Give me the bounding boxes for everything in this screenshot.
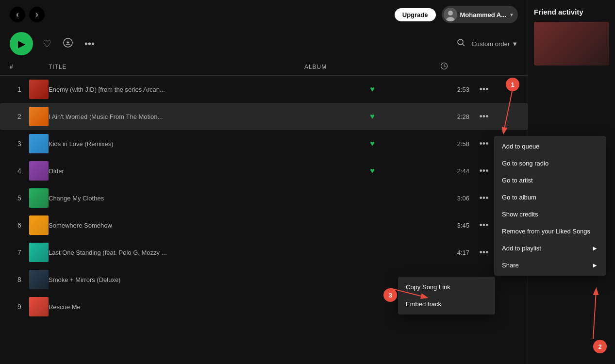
like-button[interactable]: ♡: [41, 36, 53, 51]
track-more-button[interactable]: •••: [469, 112, 499, 122]
track-info: I Ain't Worried OneRepublic: [29, 107, 49, 126]
table-row[interactable]: 4 Older Alec Benjamin Older ♥ 2:44 •••: [0, 157, 528, 184]
track-thumbnail: [29, 107, 49, 126]
context-menu-label: Go to album: [502, 194, 536, 201]
track-duration: 2:28: [440, 113, 469, 120]
track-thumbnail: [29, 297, 49, 316]
context-menu-label: Add to playlist: [502, 245, 541, 252]
track-list: 1 Enemy (with JID) - from the series Arc…: [0, 76, 528, 364]
annotation-2: 2: [593, 340, 607, 353]
table-row[interactable]: 3 Stranger Things (feat. OneRepublic) - …: [0, 130, 528, 157]
sort-label: Custom order: [471, 40, 510, 48]
context-menu-item[interactable]: Add to queue: [494, 138, 606, 155]
track-info: Enemy (with JID) - from the series Arcan…: [29, 80, 49, 99]
track-number: 2: [10, 113, 29, 120]
track-info: Warriors Imagine Dragons: [29, 270, 49, 289]
track-number: 5: [10, 194, 29, 202]
track-album: Older: [49, 167, 304, 175]
track-duration: 2:53: [440, 86, 469, 93]
track-duration: 3:45: [440, 222, 469, 229]
play-icon: ▶: [18, 38, 25, 50]
track-like-icon[interactable]: ♥: [304, 85, 440, 94]
track-more-button[interactable]: •••: [469, 84, 499, 95]
upgrade-button[interactable]: Upgrade: [395, 8, 436, 21]
back-button[interactable]: ‹: [10, 7, 25, 22]
context-menu-item[interactable]: Add to playlist►: [494, 240, 606, 257]
topbar: ‹ › Upgrade Mohammed A... ▼: [0, 0, 528, 29]
track-like-icon[interactable]: ♥: [304, 112, 440, 121]
context-menu-label: Go to song radio: [502, 160, 549, 167]
sub-menu-label: Copy Song Link: [406, 283, 450, 291]
track-number: 1: [10, 85, 29, 93]
table-row[interactable]: 1 Enemy (with JID) - from the series Arc…: [0, 76, 528, 103]
track-thumbnail: [29, 188, 49, 208]
track-info: Older Alec Benjamin: [29, 161, 49, 181]
avatar: [444, 8, 457, 21]
nav-buttons: ‹ ›: [10, 7, 45, 22]
context-menu-item[interactable]: Share►: [494, 257, 606, 274]
track-info: Change My Clothes Dream, Alec Benjamin: [29, 188, 49, 208]
track-like-icon[interactable]: ♥: [304, 166, 440, 175]
track-album: Kids in Love (Remixes): [49, 140, 304, 148]
col-clock: [440, 62, 469, 71]
sub-context-menu-item[interactable]: Embed track: [398, 296, 495, 313]
forward-button[interactable]: ›: [29, 7, 45, 22]
track-duration: 2:44: [440, 167, 469, 175]
col-title: TITLE: [49, 64, 304, 70]
search-button[interactable]: [457, 38, 465, 50]
track-thumbnail: [29, 243, 49, 262]
track-info: Last One Standing (feat. Polo G, Mozzy &…: [29, 243, 49, 262]
friend-activity-title: Friend activity: [534, 8, 609, 16]
toolbar-right: Custom order ▼: [457, 38, 518, 50]
col-num: #: [10, 64, 29, 70]
track-album: Change My Clothes: [49, 195, 304, 202]
context-menu-label: Share: [502, 262, 519, 269]
submenu-arrow-icon: ►: [592, 245, 598, 252]
toolbar: ▶ ♡ ••• Custom order ▼: [0, 29, 528, 58]
track-info: Any Other Way We The Kings: [29, 215, 49, 235]
topbar-right: Upgrade Mohammed A... ▼: [395, 6, 518, 23]
context-menu-item[interactable]: Go to artist: [494, 172, 606, 189]
track-thumbnail: [29, 80, 49, 99]
context-menu-label: Remove from your Liked Songs: [502, 228, 590, 235]
track-number: 4: [10, 167, 29, 175]
sub-context-menu-item[interactable]: Copy Song Link: [398, 279, 495, 296]
track-thumbnail: [29, 270, 49, 289]
track-number: 3: [10, 140, 29, 148]
track-album: I Ain't Worried (Music From The Motion..…: [49, 113, 304, 120]
context-menu-item[interactable]: Remove from your Liked Songs: [494, 223, 606, 240]
track-album: Smoke + Mirrors (Deluxe): [49, 276, 304, 283]
user-menu[interactable]: Mohammed A... ▼: [442, 6, 518, 23]
context-menu-label: Go to artist: [502, 177, 533, 184]
track-thumbnail: [29, 215, 49, 235]
track-album: Enemy (with JID) [from the series Arcan.…: [49, 86, 304, 93]
more-button[interactable]: •••: [83, 36, 97, 51]
context-menu-label: Add to queue: [502, 143, 539, 150]
sort-button[interactable]: Custom order ▼: [471, 40, 518, 48]
track-thumbnail: [29, 134, 49, 153]
context-menu-item[interactable]: Go to song radio: [494, 155, 606, 172]
track-album: Rescue Me: [49, 303, 304, 311]
table-row[interactable]: 7 Last One Standing (feat. Polo G, Mozzy…: [0, 239, 528, 266]
track-duration: 3:06: [440, 195, 469, 202]
sub-menu-label: Embed track: [406, 300, 441, 308]
context-menu-item[interactable]: Go to album: [494, 189, 606, 206]
table-row[interactable]: 5 Change My Clothes Dream, Alec Benjamin…: [0, 184, 528, 212]
submenu-arrow-icon: ►: [592, 262, 598, 269]
track-duration: 2:58: [440, 140, 469, 148]
chevron-down-icon: ▼: [509, 12, 514, 17]
table-row[interactable]: 6 Any Other Way We The Kings Somewhere S…: [0, 212, 528, 239]
context-menu-item[interactable]: Show credits: [494, 206, 606, 223]
track-number: 9: [10, 303, 29, 311]
track-like-icon[interactable]: ♥: [304, 139, 440, 148]
share-submenu: Copy Song LinkEmbed track: [398, 277, 495, 314]
svg-point-4: [458, 39, 463, 45]
context-menu: Add to queueGo to song radioGo to artist…: [494, 136, 606, 276]
track-duration: 4:17: [440, 249, 469, 256]
friend-thumbnail: [534, 22, 609, 66]
svg-point-1: [448, 11, 453, 16]
track-info: Rescue Me OneRepublic: [29, 297, 49, 316]
download-button[interactable]: [61, 36, 75, 52]
play-button[interactable]: ▶: [10, 32, 33, 55]
table-row[interactable]: 2 I Ain't Worried OneRepublic I Ain't Wo…: [0, 103, 528, 130]
